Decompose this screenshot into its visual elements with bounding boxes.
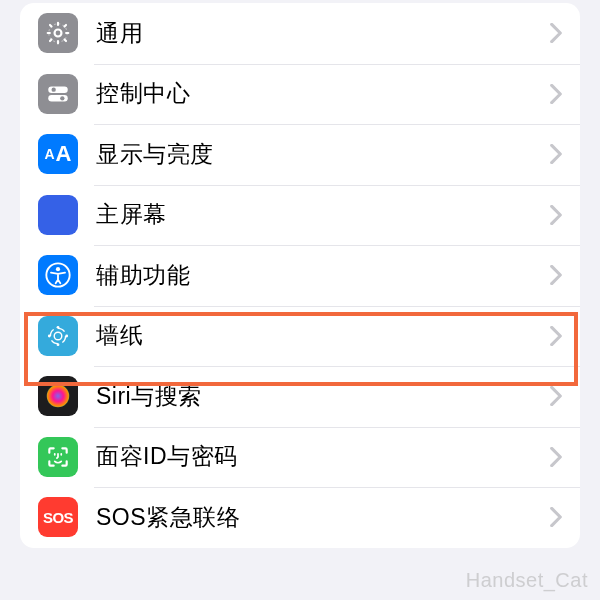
svg-point-0 [55, 30, 62, 37]
settings-row-display-brightness[interactable]: AA 显示与亮度 [20, 124, 580, 185]
svg-point-4 [52, 87, 56, 91]
svg-point-7 [56, 267, 60, 271]
svg-point-8 [54, 332, 62, 340]
sos-icon: SOS [38, 497, 78, 537]
wallpaper-icon [38, 316, 78, 356]
sos-icon-text: SOS [43, 509, 73, 526]
watermark-text: Handset_Cat [466, 569, 588, 592]
text-size-icon: AA [38, 134, 78, 174]
settings-row-label: 通用 [96, 18, 550, 49]
settings-row-control-center[interactable]: 控制中心 [20, 64, 580, 125]
chevron-right-icon [550, 144, 562, 164]
settings-row-accessibility[interactable]: 辅助功能 [20, 245, 580, 306]
svg-point-5 [60, 96, 64, 100]
settings-row-label: 墙纸 [96, 320, 550, 351]
settings-row-label: 面容ID与密码 [96, 441, 550, 472]
settings-row-siri-search[interactable]: Siri与搜索 [20, 366, 580, 427]
chevron-right-icon [550, 447, 562, 467]
svg-point-9 [57, 326, 60, 329]
settings-row-label: 控制中心 [96, 78, 550, 109]
home-grid-icon [38, 195, 78, 235]
svg-point-11 [48, 334, 51, 337]
chevron-right-icon [550, 84, 562, 104]
chevron-right-icon [550, 386, 562, 406]
settings-row-label: SOS紧急联络 [96, 502, 550, 533]
svg-point-10 [57, 343, 60, 346]
settings-row-general[interactable]: 通用 [20, 3, 580, 64]
toggles-icon [38, 74, 78, 114]
chevron-right-icon [550, 265, 562, 285]
gear-icon [38, 13, 78, 53]
settings-row-label: 主屏幕 [96, 199, 550, 230]
siri-icon [38, 376, 78, 416]
settings-row-label: 显示与亮度 [96, 139, 550, 170]
svg-rect-3 [48, 95, 68, 102]
settings-row-wallpaper[interactable]: 墙纸 [20, 306, 580, 367]
settings-list: 通用 控制中心 AA 显示与亮度 [20, 3, 580, 548]
faceid-icon [38, 437, 78, 477]
settings-row-faceid-passcode[interactable]: 面容ID与密码 [20, 427, 580, 488]
chevron-right-icon [550, 326, 562, 346]
settings-row-label: Siri与搜索 [96, 381, 550, 412]
settings-row-emergency-sos[interactable]: SOS SOS紧急联络 [20, 487, 580, 548]
chevron-right-icon [550, 23, 562, 43]
svg-point-13 [47, 385, 70, 408]
svg-rect-2 [48, 86, 68, 93]
settings-row-label: 辅助功能 [96, 260, 550, 291]
chevron-right-icon [550, 205, 562, 225]
svg-point-12 [65, 334, 68, 337]
accessibility-icon [38, 255, 78, 295]
chevron-right-icon [550, 507, 562, 527]
settings-row-home-screen[interactable]: 主屏幕 [20, 185, 580, 246]
